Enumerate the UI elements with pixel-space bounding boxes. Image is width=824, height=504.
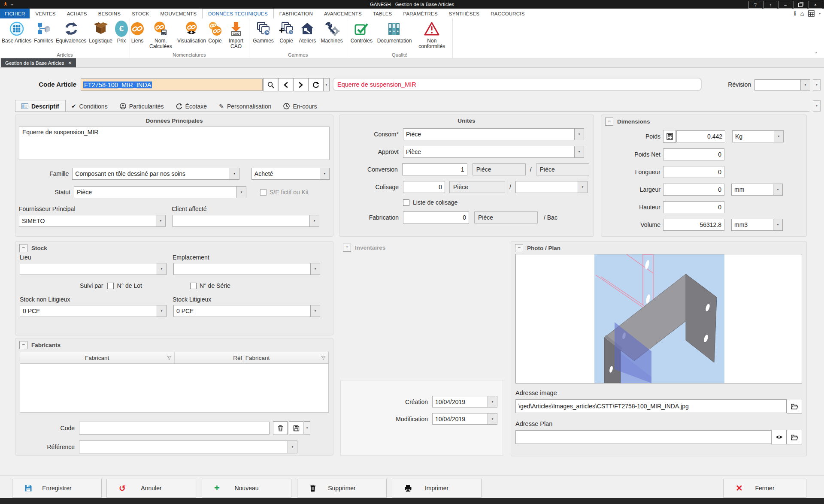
poids-input[interactable]: 0.442: [676, 130, 725, 142]
close-button[interactable]: ×: [809, 1, 822, 9]
column-header-ref-fabricant[interactable]: Réf_Fabricant: [174, 352, 329, 363]
collapse-panel-button[interactable]: −: [605, 118, 613, 126]
menu-mouvements[interactable]: MOUVEMENTS: [155, 9, 202, 18]
fournisseur-select[interactable]: SIMETO▾: [19, 215, 166, 227]
annuler-button[interactable]: ↺ Annuler: [106, 479, 196, 498]
tab-descriptif[interactable]: Descriptif: [15, 100, 66, 112]
stock-non-litigieux-select[interactable]: 0 PCE▾: [20, 305, 167, 317]
refresh-options-caret[interactable]: ▾: [323, 78, 330, 91]
column-header-fabricant[interactable]: Fabricant: [20, 352, 174, 363]
liens-button[interactable]: Liens: [130, 21, 145, 44]
help-button[interactable]: ?: [748, 1, 762, 9]
restore-button[interactable]: [794, 1, 807, 9]
menu-syntheses[interactable]: SYNTHÈSES: [443, 9, 485, 18]
info-icon[interactable]: i: [794, 10, 796, 17]
volume-unit-select[interactable]: mm3▾: [731, 219, 783, 231]
familles-button[interactable]: Familles: [33, 21, 54, 44]
poids-unit-select[interactable]: Kg▾: [732, 130, 784, 142]
chevron-down-icon[interactable]: ▾: [819, 12, 821, 15]
menu-fabrication[interactable]: FABRICATION: [274, 9, 318, 18]
grid-calculator-icon[interactable]: [808, 10, 815, 17]
unite-approvisionnement-select[interactable]: Pièce▾: [403, 146, 584, 158]
code-fabricant-input[interactable]: [79, 422, 270, 435]
revision-select[interactable]: ▾: [754, 79, 810, 91]
code-article-input[interactable]: FT2758-100_MIR_INDA: [81, 78, 263, 91]
tab-conditions[interactable]: ✔ Conditions: [66, 100, 114, 112]
equivalences-button[interactable]: Equivalences: [55, 21, 87, 44]
gammes-button[interactable]: Gammes: [252, 21, 275, 44]
designation-textarea[interactable]: Equerre de suspension_MIR: [19, 127, 330, 160]
non-conformites-button[interactable]: Non conformités: [414, 21, 449, 50]
adresse-image-input[interactable]: \ged\Articles\Images_articles\CSTT\FT275…: [515, 399, 787, 413]
statut-select[interactable]: Pièce▾: [74, 186, 246, 198]
copie-gamme-button[interactable]: Copie: [278, 21, 295, 44]
menu-donnees-techniques[interactable]: DONNÉES TECHNIQUES: [202, 9, 274, 19]
tab-personnalisation[interactable]: ✎ Personnalisation: [213, 100, 277, 112]
home-icon[interactable]: ⌂: [800, 10, 804, 17]
creation-date-select[interactable]: 10/04/2019▾: [432, 396, 497, 407]
collapse-panel-button[interactable]: −: [515, 244, 523, 252]
base-articles-button[interactable]: Base Articles: [1, 21, 32, 44]
import-cao-button[interactable]: CAO Import CAO: [223, 21, 249, 50]
view-plan-button[interactable]: [771, 430, 787, 444]
colisage-input[interactable]: 0: [403, 181, 445, 193]
close-tab-icon[interactable]: ✕: [68, 60, 71, 65]
filter-icon[interactable]: [167, 356, 172, 360]
menu-achats[interactable]: ACHATS: [61, 9, 93, 18]
client-affecte-select[interactable]: ▾: [173, 215, 319, 227]
poids-net-input[interactable]: 0: [663, 148, 724, 160]
designation-field[interactable]: Equerre de suspension_MIR: [333, 78, 702, 91]
volume-input[interactable]: 56312.8: [663, 219, 724, 231]
reference-fabricant-select[interactable]: ▾: [79, 441, 297, 453]
browse-image-button[interactable]: [787, 399, 802, 413]
menu-tables[interactable]: TABLES: [367, 9, 397, 18]
conversion-input[interactable]: 1: [402, 163, 467, 175]
next-article-button[interactable]: [293, 78, 308, 91]
largeur-unit-select[interactable]: mm▾: [731, 184, 783, 196]
menu-stock[interactable]: STOCK: [126, 9, 154, 18]
tab-overflow-button[interactable]: ▾: [813, 100, 821, 112]
serie-checkbox[interactable]: [190, 283, 197, 289]
ateliers-button[interactable]: Ateliers: [298, 21, 317, 44]
logistique-button[interactable]: Logistique: [88, 21, 113, 44]
supprimer-button[interactable]: Supprimer: [297, 479, 387, 498]
search-button[interactable]: [263, 78, 278, 91]
nomenclatures-calculees-button[interactable]: Nom. Calculées: [145, 21, 176, 50]
prix-button[interactable]: € Prix: [114, 21, 129, 44]
calculate-weight-button[interactable]: [663, 130, 676, 143]
fermer-button[interactable]: ✕ Fermer: [723, 479, 806, 498]
lieu-select[interactable]: ▾: [20, 263, 167, 275]
menu-parametres[interactable]: PARAMÈTRES: [397, 9, 443, 18]
adresse-plan-input[interactable]: [515, 430, 771, 444]
document-tab[interactable]: Gestion de la Base Articles ✕: [1, 58, 76, 67]
lot-checkbox[interactable]: [107, 283, 114, 289]
refresh-button[interactable]: [308, 78, 323, 91]
browse-plan-button[interactable]: [787, 430, 802, 444]
largeur-input[interactable]: 0: [663, 184, 724, 196]
type-achat-select[interactable]: Acheté▾: [251, 168, 330, 180]
side-scroll-button[interactable]: ▾: [813, 79, 821, 91]
menu-fichier[interactable]: FICHIER: [0, 9, 30, 18]
delete-fabricant-button[interactable]: [273, 421, 288, 435]
expand-panel-button[interactable]: +: [343, 244, 351, 252]
enregistrer-button[interactable]: Enregistrer: [12, 479, 102, 498]
hauteur-input[interactable]: 0: [663, 201, 724, 213]
collapse-panel-button[interactable]: −: [19, 341, 27, 349]
colisage-unit2-select[interactable]: ▾: [515, 181, 588, 193]
tab-ecotaxe[interactable]: Écotaxe: [170, 100, 213, 112]
tab-en-cours[interactable]: En-cours: [277, 100, 323, 112]
menu-avancements[interactable]: AVANCEMENTS: [318, 9, 367, 18]
menu-ventes[interactable]: VENTES: [30, 9, 61, 18]
fabricants-table[interactable]: Fabricant Réf_Fabricant: [20, 352, 329, 413]
minimize-button[interactable]: –: [779, 1, 792, 9]
collapse-ribbon-icon[interactable]: ⌃: [815, 51, 818, 56]
save-fabricant-button[interactable]: [289, 421, 303, 435]
copie-nomenclature-button[interactable]: Copie: [207, 21, 223, 44]
controles-button[interactable]: Contrôles: [350, 21, 373, 44]
filter-icon[interactable]: [321, 356, 326, 360]
tab-particularites[interactable]: Particularités: [114, 100, 170, 112]
nouveau-button[interactable]: + Nouveau: [202, 479, 291, 498]
liste-colisage-checkbox[interactable]: [403, 199, 409, 206]
stock-litigieux-select[interactable]: 0 PCE▾: [173, 305, 320, 317]
modification-date-select[interactable]: 10/04/2019▾: [432, 413, 497, 425]
